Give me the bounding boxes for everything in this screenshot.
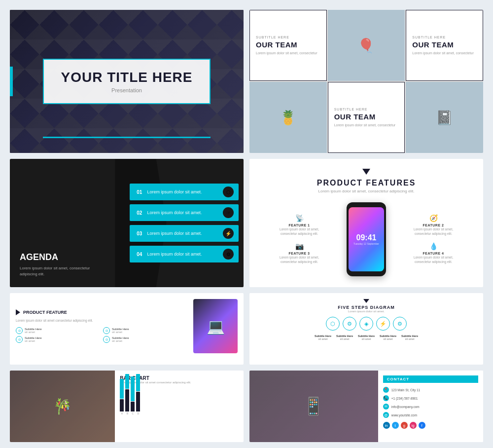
contact-item-2: 📞 +1 (234) 567-8901 [383,395,478,401]
pf-feat-dot-4: ◎ [103,336,110,343]
bar-label-4: D [137,412,139,415]
bar-2b [125,389,129,411]
bar-4a [136,374,140,391]
feature-item-3: 📷 FEATURE 3 Lorem ipsum dolor sit amet, … [259,242,339,264]
team-body-1: Lorem ipsum dolor sit amet, consectetur [256,51,320,56]
pf-left: PRODUCT FEATURE Lorem ipsum dolor sit am… [16,309,188,342]
agenda-icon-2: ☞ [223,207,234,218]
pf-feat-dot-1: ◎ [16,327,23,334]
agenda-icon-3: ⚡ [223,228,234,239]
pf-feat-label-3: Subtitle Here [25,336,42,339]
social-twitter[interactable]: t [392,422,399,429]
bar-1b [120,399,124,411]
bar-3a [131,376,135,401]
bar-group-3: C [131,376,135,415]
pf-feat-sub-2: sit amet [112,331,129,334]
step-circle-2: ⚙ [343,317,356,331]
feature-desc-2: Lorem ipsum dolor sit amet, consectetur … [411,227,456,236]
contact-email-icon: ✉ [383,404,389,410]
features-right: 🧭 FEATURE 2 Lorem ipsum dolor sit amet, … [393,214,473,263]
agenda-text-1: Lorem ipsum dolor sit amet. [147,189,223,194]
contact-item-3: ✉ info@company.com [383,404,478,410]
agenda-item-3: 03 Lorem ipsum dolor sit amet. ⚡ [130,225,239,242]
step-label-1: Subtitle Here sit amet [314,335,332,340]
feature-desc-3: Lorem ipsum dolor sit amet, consectetur … [277,255,321,264]
social-linkedin[interactable]: in [383,422,390,429]
team-subtitle-5: SUBTITLE HERE [334,108,399,111]
team-heading-5: OUR TEAM [334,112,399,121]
cyan-accent-bar [10,67,13,96]
contact-website: www.yoursite.com [391,413,417,417]
agenda-inner: AGENDA Lorem ipsum dolor sit amet, conse… [10,159,244,287]
team-cell-3: SUBTITLE HERE OUR TEAM Lorem ipsum dolor… [406,10,483,81]
pf-body: Lorem ipsum dolor sit amet consectetur a… [16,318,188,323]
agenda-num-3: 03 [137,231,142,236]
pf-feat-4: ◎ Subtitle Here sit amet [103,336,188,343]
team-heading-1: OUR TEAM [256,40,320,49]
five-steps-heading: FIVE STEPS DIAGRAM [255,305,477,310]
phone-time: 09:41 [356,233,377,242]
agenda-num-4: 04 [137,252,142,257]
features-header: PRODUCT FEATURES Lorem ipsum dolor sit a… [259,169,473,193]
agenda-icon-4: ⚙ [223,249,234,260]
agenda-item-4: 04 Lorem ipsum dolor sit amet. ⚙ [130,246,239,262]
social-google[interactable]: g [401,422,408,429]
phone-mockup: 09:41 Tuesday 12 September [347,202,386,276]
contact-item-1: 📍 123 Main St, City 11 [383,387,478,393]
slide-team-grid: SUBTITLE HERE OUR TEAM Lorem ipsum dolor… [249,10,483,153]
bar-group-1: A [120,379,124,415]
pf-feat-sub-3: sit amet [25,339,42,342]
social-facebook[interactable]: f [419,422,425,429]
bar-label-3: C [132,412,134,415]
contact-web-icon: @ [383,412,389,418]
agenda-title: AGENDA [20,252,105,262]
pf-feat-dot-3: ◎ [16,336,23,343]
steps-labels: Subtitle Here sit amet Subtitle Here sit… [255,335,477,340]
bar-3b [131,402,135,411]
team-subtitle-1: SUBTITLE HERE [256,36,320,39]
five-steps-arrow-icon [363,299,369,303]
pf-laptop-image: 💻 [193,299,238,353]
bar-2a [125,374,129,389]
feature-item-4: 💧 FEATURE 4 Lorem ipsum dolor sit amet, … [393,242,473,264]
feature-icon-3: 📷 [295,242,304,250]
feature-icon-1: 📡 [295,214,304,222]
feature-desc-4: Lorem ipsum dolor sit amet, consectetur … [411,255,456,264]
step-circle-3: ◈ [359,317,373,331]
agenda-right: 01 Lorem ipsum dolor sit amet. ⬡ 02 Lore… [115,159,244,287]
pf-feat-1: ◎ Subtitle Here sit amet [16,327,101,334]
agenda-subtitle: Lorem ipsum dolor sit amet, consectetur … [20,265,105,277]
feature-label-3: FEATURE 3 [289,252,310,255]
bar-4b [136,392,140,411]
slide-title: YOUR TITLE HERE Presentation [10,10,244,153]
contact-email: info@company.com [391,405,420,409]
bar-chart-inner: 🎋 BAR CHART Lorem ipsum dolor sit amet c… [10,371,244,442]
social-instagram[interactable]: ig [410,422,417,429]
main-grid: YOUR TITLE HERE Presentation SUBTITLE HE… [10,10,483,448]
contact-right: CONTACT 📍 123 Main St, City 11 📞 +1 (234… [378,371,483,442]
step-label-3: Subtitle Here sit amet [357,335,376,340]
features-subtitle: Lorem ipsum dolor sit amet, consectetur … [259,189,473,193]
bar-1a [120,379,124,399]
contact-photo: 📱 [249,371,378,442]
slide-contact: 📱 CONTACT 📍 123 Main St, City 11 📞 +1 (2… [249,371,483,442]
team-cell-5: SUBTITLE HERE OUR TEAM Lorem ipsum dolor… [328,82,405,153]
bar-chart-photo: 🎋 [10,371,115,442]
team-heading-3: OUR TEAM [412,40,477,49]
bar-group-2: B [125,374,129,415]
slide-five-steps: FIVE STEPS DIAGRAM Lorem ipsum dolor sit… [249,293,483,365]
agenda-item-2: 02 Lorem ipsum dolor sit amet. ☞ [130,204,239,221]
title-box: YOUR TITLE HERE Presentation [43,59,211,104]
contact-title: CONTACT [383,375,478,383]
bar-label-1: A [121,412,123,415]
slide-bar-chart: 🎋 BAR CHART Lorem ipsum dolor sit amet c… [10,371,244,442]
feature-label-1: FEATURE 1 [289,224,310,227]
features-body: 📡 FEATURE 1 Lorem ipsum dolor sit amet, … [259,201,473,277]
slide-agenda: AGENDA Lorem ipsum dolor sit amet, conse… [10,159,244,287]
pf-feat-3: ◎ Subtitle Here sit amet [16,336,101,343]
pf-features-grid: ◎ Subtitle Here sit amet ◎ Subtitle Here… [16,327,188,343]
feature-label-4: FEATURE 4 [423,252,444,255]
feature-desc-1: Lorem ipsum dolor sit amet, consectetur … [277,227,321,236]
agenda-item-1: 01 Lorem ipsum dolor sit amet. ⬡ [130,184,239,200]
pf-feat-label-4: Subtitle Here [112,336,129,339]
